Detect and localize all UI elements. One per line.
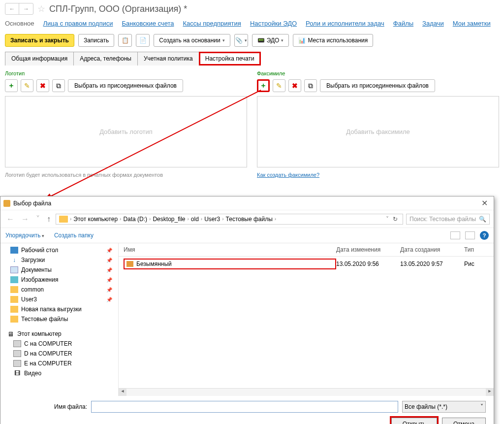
crumb[interactable]: User3: [204, 216, 220, 223]
nav-tree-item[interactable]: User3📌: [0, 294, 118, 304]
tab-addresses[interactable]: Адреса, телефоны: [73, 52, 138, 65]
filename-input[interactable]: [91, 401, 398, 413]
nav-tree-item[interactable]: C на COMPUTER: [0, 339, 118, 349]
save-button[interactable]: Записать: [78, 34, 114, 47]
select-fax-button[interactable]: Выбрать из присоединенных файлов: [320, 79, 435, 92]
col-name[interactable]: Имя: [124, 246, 336, 253]
nav-link[interactable]: Мои заметки: [453, 20, 491, 27]
favorite-star-icon[interactable]: ☆: [37, 3, 45, 14]
add-logo-button[interactable]: ＋: [5, 79, 18, 92]
create-based-label: Создать на основании: [159, 37, 220, 44]
pin-icon: 📌: [106, 277, 112, 283]
new-folder-button[interactable]: Создать папку: [54, 232, 94, 239]
nav-tree-item[interactable]: Документы📌: [0, 265, 118, 275]
nav-item-icon: [13, 360, 21, 367]
fax-panel: Факсимиле ＋ ✎ ✖ ⧉ Выбрать из присоединен…: [257, 70, 499, 179]
delete-fax-button[interactable]: ✖: [288, 79, 301, 92]
back-arrow-icon[interactable]: ←: [4, 214, 16, 225]
up-arrow-icon[interactable]: ↑: [45, 214, 53, 225]
chevron-down-icon[interactable]: ˅: [386, 216, 389, 223]
col-type[interactable]: Тип: [464, 246, 489, 253]
recent-arrow-icon[interactable]: ˅: [34, 213, 42, 225]
crumb[interactable]: old: [191, 216, 199, 223]
nav-tree-item[interactable]: Тестовые файлы: [0, 314, 118, 324]
expand-logo-button[interactable]: ⧉: [52, 79, 65, 92]
nav-tree-item[interactable]: E на COMPUTER: [0, 359, 118, 368]
edit-logo-button[interactable]: ✎: [21, 79, 33, 92]
nav-tree-item[interactable]: D на COMPUTER: [0, 349, 118, 359]
help-icon[interactable]: ?: [480, 231, 489, 240]
pin-icon: 📌: [106, 258, 112, 263]
nav-link[interactable]: Задачи: [422, 20, 444, 27]
nav-item-label: common: [21, 286, 44, 293]
search-input[interactable]: Поиск: Тестовые файлы 🔍: [406, 214, 490, 225]
logo-preview[interactable]: Добавить логотип: [5, 96, 247, 167]
forward-button[interactable]: →: [19, 3, 33, 14]
crumb[interactable]: Тестовые файлы: [226, 216, 273, 223]
nav-tree-item[interactable]: Этот компьютер: [0, 329, 118, 339]
nav-item-icon: [10, 296, 18, 303]
save-close-button[interactable]: Записать и закрыть: [5, 34, 74, 47]
close-button[interactable]: ✕: [478, 198, 491, 208]
file-created: 13.05.2020 9:57: [400, 261, 464, 267]
nav-link[interactable]: Кассы предприятия: [183, 20, 241, 27]
nav-link[interactable]: Настройки ЭДО: [250, 20, 297, 27]
select-logo-button[interactable]: Выбрать из присоединенных файлов: [68, 79, 183, 92]
crumb[interactable]: Data (D:): [123, 216, 147, 223]
nav-tree-item[interactable]: Загрузки📌: [0, 255, 118, 265]
nav-item-icon: [13, 350, 21, 357]
col-created[interactable]: Дата создания: [400, 246, 464, 253]
tab-print-settings[interactable]: Настройка печати: [199, 52, 261, 65]
cancel-button[interactable]: Отмена: [442, 418, 486, 424]
nav-main[interactable]: Основное: [5, 20, 34, 27]
refresh-icon[interactable]: ↻: [391, 216, 400, 223]
pin-icon: 📌: [106, 287, 112, 293]
attach-icon-button[interactable]: 📎▾: [234, 34, 248, 47]
expand-fax-button[interactable]: ⧉: [304, 79, 317, 92]
breadcrumb[interactable]: ›Этот компьютер ›Data (D:) ›Desktop_file…: [56, 214, 403, 225]
nav-tree-item[interactable]: Рабочий стол📌: [0, 245, 118, 255]
file-filter-select[interactable]: Все файлы (*.*) ˅: [402, 401, 486, 413]
copy-icon-button[interactable]: 📋: [118, 34, 132, 47]
filename-label: Имя файла:: [8, 403, 87, 410]
back-button[interactable]: ←: [5, 3, 19, 14]
add-fax-button[interactable]: ＋: [257, 79, 270, 92]
col-modified[interactable]: Дата изменения: [336, 246, 400, 253]
horizontal-scrollbar[interactable]: ◄►: [119, 388, 494, 396]
fax-preview[interactable]: Добавить факсимиле: [257, 96, 499, 167]
nav-tree-item[interactable]: Видео: [0, 368, 118, 378]
tab-general[interactable]: Общая информация: [5, 52, 74, 65]
delete-logo-button[interactable]: ✖: [36, 79, 49, 92]
crumb[interactable]: Desktop_file: [153, 216, 185, 223]
open-button[interactable]: Открыть: [391, 418, 437, 424]
view-icons-button[interactable]: [450, 231, 460, 239]
organize-menu[interactable]: Упорядочить: [5, 232, 44, 239]
folder-icon: [59, 216, 68, 223]
create-based-button[interactable]: Создать на основании ▾: [154, 34, 230, 47]
forward-arrow-icon[interactable]: →: [19, 214, 31, 225]
usage-button[interactable]: 📊 Места использования: [293, 34, 373, 47]
nav-item-label: Видео: [24, 370, 41, 377]
nav-links: Основное Лица с правом подписи Банковски…: [0, 18, 504, 32]
fax-hint-link[interactable]: Как создать факсимиле?: [257, 172, 319, 178]
view-details-button[interactable]: [465, 231, 475, 239]
nav-link[interactable]: Роли и исполнители задач: [306, 20, 384, 27]
nav-link[interactable]: Лица с правом подписи: [43, 20, 113, 27]
list-icon-button[interactable]: 📄: [136, 34, 150, 47]
tab-accounting[interactable]: Учетная политика: [137, 52, 199, 65]
crumb[interactable]: Этот компьютер: [73, 216, 118, 223]
pin-icon: 📌: [106, 248, 112, 253]
edit-fax-button[interactable]: ✎: [273, 79, 285, 92]
edo-button[interactable]: 📟 ЭДО ▾: [252, 34, 289, 47]
nav-tree-item[interactable]: Новая папка выгрузки: [0, 304, 118, 314]
file-row[interactable]: Безымянный 13.05.2020 9:56 13.05.2020 9:…: [119, 257, 494, 271]
nav-tree-item[interactable]: common📌: [0, 285, 118, 294]
nav-item-icon: [10, 286, 18, 293]
nav-item-icon: [10, 266, 18, 273]
nav-item-icon: [10, 257, 18, 263]
nav-tree-item[interactable]: Изображения📌: [0, 275, 118, 285]
chevron-down-icon: ▾: [222, 38, 225, 43]
nav-link[interactable]: Файлы: [393, 20, 413, 27]
nav-link[interactable]: Банковские счета: [122, 20, 174, 27]
nav-item-label: Документы: [21, 266, 52, 273]
